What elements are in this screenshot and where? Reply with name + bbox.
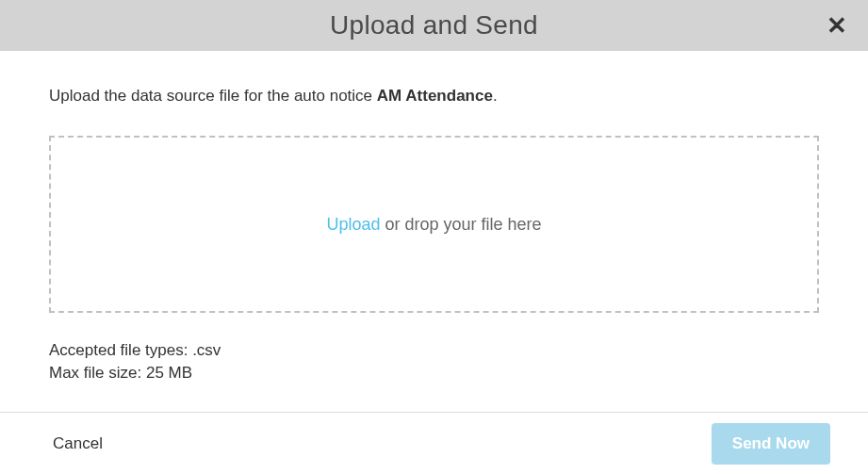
instruction-notice-name: AM Attendance bbox=[377, 87, 493, 105]
dropzone-text: Upload or drop your file here bbox=[326, 215, 541, 235]
accepted-types-value: .csv bbox=[192, 341, 221, 359]
instruction-prefix: Upload the data source file for the auto… bbox=[49, 87, 377, 105]
send-now-button[interactable]: Send Now bbox=[712, 423, 830, 465]
max-size-value: 25 MB bbox=[146, 364, 192, 382]
cancel-button[interactable]: Cancel bbox=[53, 434, 103, 453]
instruction-text: Upload the data source file for the auto… bbox=[49, 87, 819, 106]
modal-title: Upload and Send bbox=[330, 10, 538, 41]
max-size-label: Max file size: bbox=[49, 364, 146, 382]
accepted-types-label: Accepted file types: bbox=[49, 341, 192, 359]
instruction-suffix: . bbox=[493, 87, 498, 105]
dropzone-rest: or drop your file here bbox=[380, 215, 541, 234]
modal-body: Upload the data source file for the auto… bbox=[0, 51, 868, 403]
max-file-size: Max file size: 25 MB bbox=[49, 362, 819, 384]
file-dropzone[interactable]: Upload or drop your file here bbox=[49, 136, 819, 313]
close-icon[interactable]: ✕ bbox=[827, 13, 847, 38]
modal-footer: Cancel Send Now bbox=[0, 412, 868, 474]
modal-header: Upload and Send ✕ bbox=[0, 0, 868, 51]
upload-link[interactable]: Upload bbox=[326, 215, 380, 234]
file-info: Accepted file types: .csv Max file size:… bbox=[49, 339, 819, 384]
accepted-file-types: Accepted file types: .csv bbox=[49, 339, 819, 362]
